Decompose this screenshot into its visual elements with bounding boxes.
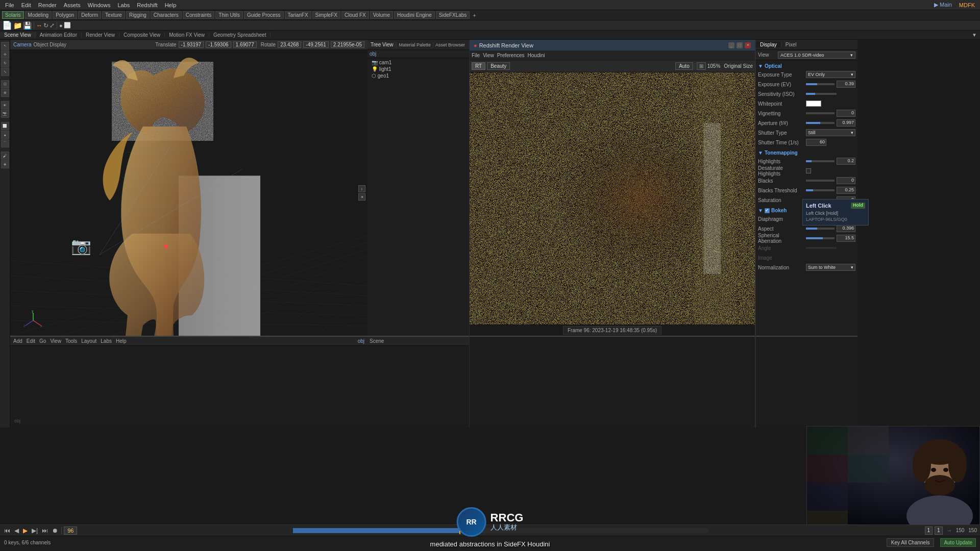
shelf-texture[interactable]: Texture bbox=[102, 11, 125, 19]
highlights-value[interactable]: 0.2 bbox=[837, 158, 855, 165]
exposure-value[interactable]: 0.39 bbox=[837, 81, 855, 88]
tool-select[interactable]: ↖ bbox=[1, 42, 9, 50]
blacks-slider[interactable] bbox=[806, 180, 835, 182]
vp-icon-light[interactable]: ☀ bbox=[358, 193, 365, 201]
tab-composite-view[interactable]: Composite View bbox=[119, 32, 165, 38]
move-tool-icon[interactable]: ↔ bbox=[36, 22, 42, 29]
render-canvas[interactable] bbox=[470, 72, 755, 324]
frame-display[interactable]: 96 bbox=[64, 527, 77, 535]
blacks-value[interactable]: 0 bbox=[837, 177, 855, 184]
tool-snap[interactable]: ⊡ bbox=[1, 80, 9, 88]
play-btn[interactable]: ▶ bbox=[22, 527, 29, 534]
realtime-btn[interactable]: ⏺ bbox=[51, 527, 59, 534]
whitepoint-color[interactable] bbox=[806, 101, 821, 107]
menu-render[interactable]: Render bbox=[35, 2, 60, 9]
window-minimize-btn[interactable]: _ bbox=[728, 42, 734, 48]
menu-edit[interactable]: Edit bbox=[18, 2, 34, 9]
shelf-polygon[interactable]: Polygon bbox=[53, 11, 77, 19]
rv-mode-select[interactable]: Auto bbox=[675, 62, 693, 70]
rotate-tool-icon[interactable]: ↻ bbox=[43, 22, 48, 29]
rotate-y[interactable]: -49.2561 bbox=[303, 41, 328, 48]
tool-scale[interactable]: ⤡ bbox=[1, 68, 9, 76]
rotate-z[interactable]: 2.21955e-05 bbox=[331, 41, 364, 48]
tool-paint[interactable]: 🖌 bbox=[1, 152, 9, 160]
spherical-aberration-slider[interactable] bbox=[806, 237, 835, 239]
translate-x[interactable]: -1.93197 bbox=[179, 41, 204, 48]
rv-render-btn[interactable]: RT bbox=[472, 62, 485, 70]
blacks-threshold-value[interactable]: 0.25 bbox=[837, 187, 855, 194]
sensitivity-slider[interactable] bbox=[806, 93, 837, 95]
node-network-add[interactable]: Add bbox=[13, 338, 22, 344]
tree-item-light[interactable]: 💡 light1 bbox=[369, 66, 468, 72]
next-frame-btn[interactable]: ▶| bbox=[31, 527, 39, 534]
tool-rotate[interactable]: ↻ bbox=[1, 59, 9, 67]
vignetting-value[interactable]: 0 bbox=[837, 110, 855, 117]
rv-menu-houdini[interactable]: Houdini bbox=[528, 53, 545, 58]
aperture-value[interactable]: 0.997 bbox=[837, 119, 855, 127]
tab-asset-browser[interactable]: Asset Browser bbox=[433, 42, 467, 47]
aspect-slider[interactable] bbox=[806, 228, 835, 230]
normalization-dropdown[interactable]: Sum to White▾ bbox=[806, 264, 855, 271]
vignetting-slider[interactable] bbox=[806, 112, 835, 114]
menu-redshift[interactable]: Redshift bbox=[134, 2, 160, 9]
panel-options-btn[interactable]: ▼ bbox=[969, 32, 980, 38]
rotate-x[interactable]: 23.4268 bbox=[278, 41, 301, 48]
add-shelf-btn[interactable]: + bbox=[473, 12, 476, 18]
tab-scene-view[interactable]: Scene View bbox=[0, 32, 36, 38]
blacks-threshold-slider[interactable] bbox=[806, 189, 835, 191]
shelf-rigging[interactable]: Rigging bbox=[126, 11, 150, 19]
tab-animation-editor[interactable]: Animation Editor bbox=[36, 32, 82, 38]
translate-z[interactable]: 1.69077 bbox=[233, 41, 257, 48]
tab-tree-view[interactable]: Tree View bbox=[368, 42, 397, 47]
tool-sculpt[interactable]: ◈ bbox=[1, 160, 9, 168]
key-all-channels-btn[interactable]: Key All Channels bbox=[887, 538, 935, 547]
shelf-deform[interactable]: Deform bbox=[78, 11, 101, 19]
shelf-thin-utils[interactable]: Thin Utils bbox=[215, 11, 243, 19]
aspect-value[interactable]: 0.396 bbox=[837, 225, 855, 232]
tab-pixel[interactable]: Pixel bbox=[781, 42, 801, 47]
tool-camera[interactable]: 📷 bbox=[1, 110, 9, 118]
shelf-modeling[interactable]: Modeling bbox=[25, 11, 52, 19]
menu-windows[interactable]: Windows bbox=[85, 2, 114, 9]
spherical-aberration-value[interactable]: 15.5 bbox=[837, 235, 855, 242]
bokeh-checkbox[interactable]: ✓ bbox=[765, 208, 770, 213]
tool-pivot[interactable]: ⊕ bbox=[1, 89, 9, 97]
optical-header[interactable]: ▼ Optical bbox=[758, 62, 855, 70]
shelf-character[interactable]: Characters bbox=[151, 11, 182, 19]
open-icon[interactable]: 📁 bbox=[13, 21, 22, 30]
tab-motion-fx[interactable]: Motion FX View bbox=[165, 32, 209, 38]
rv-menu-prefs[interactable]: Preferences bbox=[497, 53, 525, 58]
shelf-sidefxlabs[interactable]: SideFXLabs bbox=[436, 11, 470, 19]
shelf-constraints[interactable]: Constraints bbox=[183, 11, 215, 19]
tab-display[interactable]: Display bbox=[756, 42, 781, 47]
node-network-go[interactable]: Go bbox=[39, 338, 46, 344]
shelf-houdini-engine[interactable]: Houdini Engine bbox=[394, 11, 435, 19]
next-keyframe-btn[interactable]: ⏭ bbox=[41, 527, 49, 534]
tab-render-view[interactable]: Render View bbox=[82, 32, 119, 38]
shelf-guide-process[interactable]: Guide Process bbox=[244, 11, 284, 19]
rv-menu-file[interactable]: File bbox=[472, 53, 480, 58]
menu-help[interactable]: Help bbox=[162, 2, 180, 9]
node-network-layout[interactable]: Layout bbox=[81, 338, 96, 344]
auto-update-btn[interactable]: Auto Update bbox=[940, 538, 976, 547]
node-network-labs[interactable]: Labs bbox=[101, 338, 112, 344]
shelf-solaris[interactable]: Solaris bbox=[2, 11, 24, 19]
menu-file[interactable]: File bbox=[2, 2, 17, 9]
aperture-slider[interactable] bbox=[806, 122, 835, 124]
primitives-sphere[interactable]: ● bbox=[59, 22, 63, 29]
shutter-time-value[interactable]: 60 bbox=[806, 139, 826, 146]
tool-sphere[interactable]: ● bbox=[1, 131, 9, 139]
window-maximize-btn[interactable]: □ bbox=[737, 42, 743, 48]
tool-view[interactable]: 👁 bbox=[1, 101, 9, 109]
prev-keyframe-btn[interactable]: ⏮ bbox=[3, 527, 11, 534]
exposure-slider[interactable] bbox=[806, 83, 835, 85]
tool-box[interactable]: ⬜ bbox=[1, 122, 9, 130]
scale-tool-icon[interactable]: ⤢ bbox=[50, 22, 55, 29]
save-icon[interactable]: 💾 bbox=[23, 21, 32, 30]
node-network-edit[interactable]: Edit bbox=[27, 338, 35, 344]
rv-beauty-select[interactable]: Beauty bbox=[487, 62, 510, 70]
tab-geometry-spreadsheet[interactable]: Geometry Spreadsheet bbox=[209, 32, 271, 38]
translate-y[interactable]: -1.59306 bbox=[206, 41, 231, 48]
node-canvas[interactable]: obj bbox=[10, 346, 368, 428]
rv-grid-btn[interactable]: ⊞ bbox=[697, 62, 706, 70]
